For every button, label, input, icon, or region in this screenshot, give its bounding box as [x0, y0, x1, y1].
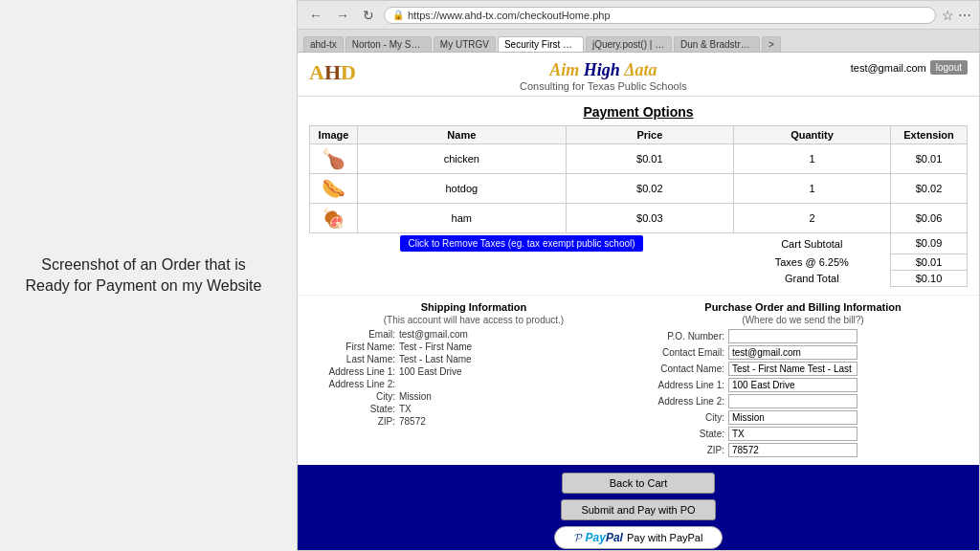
tab-jquery[interactable]: jQuery.post() | jQue... — [586, 36, 672, 52]
billing-input[interactable] — [728, 345, 858, 360]
field-value: TX — [399, 404, 412, 414]
product-name: ham — [358, 204, 567, 233]
shipping-subtitle: (This account will have access to produc… — [309, 315, 638, 325]
refresh-button[interactable]: ↻ — [359, 6, 378, 25]
tab-dun[interactable]: Dun & Bradstreet... — [674, 36, 760, 52]
billing-field-row: Address Line 1: — [638, 378, 968, 392]
site-subtitle: Consulting for Texas Public Schools — [356, 80, 851, 92]
field-label: City: — [638, 412, 724, 423]
browser-window: ← → ↻ 🔒 https://www.ahd-tx.com/checkoutH… — [297, 0, 980, 551]
grand-total-label: Grand Total — [734, 270, 891, 286]
shipping-field-row: City: Mission — [309, 391, 638, 402]
address-bar[interactable]: 🔒 https://www.ahd-tx.com/checkoutHome.ph… — [384, 7, 936, 24]
billing-block: Purchase Order and Billing Information (… — [638, 301, 968, 459]
pay-with-label: Pay with PayPal — [627, 532, 702, 543]
col-price: Price — [566, 126, 733, 144]
billing-input[interactable] — [728, 394, 858, 408]
back-to-cart-button[interactable]: Back to Cart — [562, 473, 715, 494]
tab-more[interactable]: > — [762, 36, 781, 52]
product-name: hotdog — [358, 174, 567, 204]
billing-field-row: Contact Name: — [638, 362, 968, 376]
title-high: Ηigh — [584, 60, 625, 79]
billing-subtitle: (Where do we send the bill?) — [638, 315, 968, 325]
shipping-field-row: ZIP: 78572 — [309, 416, 638, 427]
tab-ahd-tx[interactable]: ahd-tx — [303, 36, 344, 52]
payment-section: Payment Options Image Name Price Quantit… — [298, 97, 979, 295]
table-row: 🌭 hotdog $0.02 1 $0.02 — [310, 174, 968, 204]
col-image: Image — [310, 126, 358, 144]
star-button[interactable]: ☆ — [942, 8, 954, 23]
cart-subtotal-label: Cart Subtotal — [734, 233, 891, 254]
billing-input[interactable] — [728, 427, 858, 441]
billing-field-row: Contact Email: — [638, 345, 968, 360]
product-ext: $0.06 — [891, 204, 968, 233]
billing-field-row: Address Line 2: — [638, 394, 968, 408]
billing-field-row: P.O. Number: — [638, 329, 968, 343]
billing-input[interactable] — [728, 378, 858, 392]
product-name: chicken — [358, 144, 567, 174]
product-image: 🍖 — [310, 204, 358, 233]
field-value: 100 East Drive — [399, 366, 462, 377]
billing-input[interactable] — [728, 329, 858, 343]
shipping-field-row: Email: test@gmail.com — [309, 329, 638, 340]
back-button[interactable]: ← — [305, 6, 326, 25]
product-price: $0.03 — [566, 204, 733, 233]
field-value: Mission — [399, 391, 432, 402]
field-value: Test - First Name — [399, 342, 472, 352]
billing-field-row: State: — [638, 427, 968, 441]
site-title-area: Αim Ηigh Δata Consulting for Texas Publi… — [356, 60, 851, 92]
field-label: P.O. Number: — [638, 331, 724, 342]
buttons-area: Back to Cart Submit and Pay with PO 𝓟 Pa… — [298, 465, 979, 551]
col-extension: Extension — [891, 126, 968, 144]
menu-button[interactable]: ⋯ — [958, 8, 971, 23]
product-qty: 1 — [734, 174, 891, 204]
shipping-block: Shipping Information (This account will … — [309, 301, 638, 459]
info-section: Shipping Information (This account will … — [298, 295, 979, 465]
user-email: test@gmail.com — [851, 62, 926, 74]
site-title: Αim Ηigh Δata — [356, 60, 851, 80]
grand-total-value: $0.10 — [891, 270, 968, 286]
tab-security[interactable]: Security First Credit... — [498, 36, 584, 52]
cart-subtotal-value: $0.09 — [891, 233, 968, 254]
col-name: Name — [358, 126, 567, 144]
tab-utrgv[interactable]: My UTRGV — [434, 36, 496, 52]
left-panel-text: Screenshot of an Order that is Ready for… — [19, 254, 268, 298]
paypal-button[interactable]: 𝓟 PayPal Pay with PayPal — [554, 526, 724, 549]
billing-input[interactable] — [728, 443, 858, 457]
field-label: Address Line 2: — [638, 396, 724, 407]
left-panel: Screenshot of an Order that is Ready for… — [0, 0, 287, 551]
col-quantity: Quantity — [734, 126, 891, 144]
product-ext: $0.01 — [891, 144, 968, 174]
field-value: 78572 — [399, 416, 426, 427]
forward-button[interactable]: → — [332, 6, 353, 25]
browser-actions: ☆ ⋯ — [942, 8, 971, 23]
field-label: First Name: — [309, 342, 395, 352]
taxes-value: $0.01 — [891, 253, 968, 270]
submit-po-button[interactable]: Submit and Pay with PO — [561, 499, 715, 520]
product-ext: $0.02 — [891, 174, 968, 204]
paypal-icon: 𝓟 — [574, 531, 582, 544]
shipping-field-row: Last Name: Test - Last Name — [309, 354, 638, 364]
title-data: Δata — [624, 60, 657, 79]
logout-button[interactable]: logout — [930, 60, 968, 75]
taxes-label: Taxes @ 6.25% — [734, 253, 891, 270]
paypal-text: PayPal — [586, 531, 623, 544]
shipping-field-row: State: TX — [309, 404, 638, 414]
field-label: Contact Email: — [638, 347, 724, 358]
title-aim: Αim — [549, 60, 584, 79]
table-row: 🍖 ham $0.03 2 $0.06 — [310, 204, 968, 233]
billing-title: Purchase Order and Billing Information — [638, 301, 968, 313]
field-label: Address Line 1: — [309, 366, 395, 377]
shipping-field-row: Address Line 1: 100 East Drive — [309, 366, 638, 377]
page-content: AHD Αim Ηigh Δata Consulting for Texas P… — [298, 53, 979, 550]
product-price: $0.01 — [566, 144, 733, 174]
field-label: Address Line 1: — [638, 380, 724, 390]
payment-title: Payment Options — [309, 104, 968, 120]
billing-input[interactable] — [728, 410, 858, 425]
remove-taxes-button[interactable]: Click to Remove Taxes (eg. tax exempt pu… — [400, 235, 642, 252]
user-area: test@gmail.com logout — [851, 60, 968, 75]
product-image: 🍗 — [310, 144, 358, 174]
site-header: AHD Αim Ηigh Δata Consulting for Texas P… — [298, 53, 979, 97]
billing-input[interactable] — [728, 362, 858, 376]
tab-norton[interactable]: Norton - My Subscr... — [345, 36, 432, 52]
